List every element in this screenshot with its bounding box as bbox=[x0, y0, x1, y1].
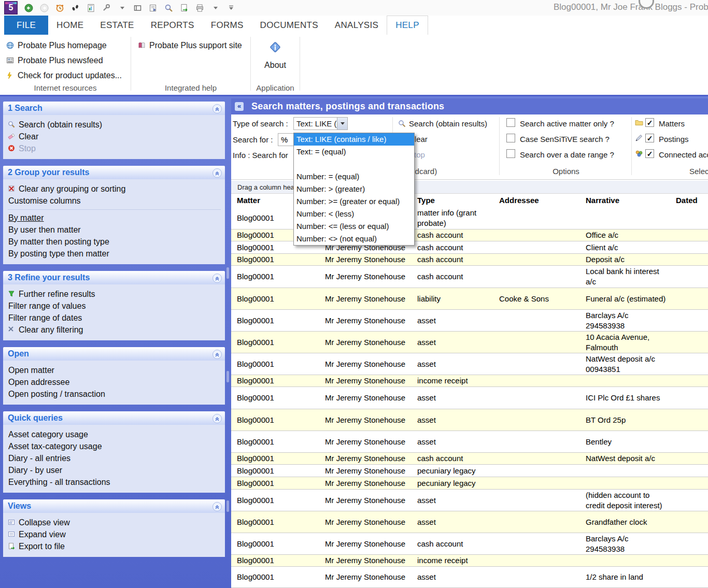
table-row[interactable]: Blog00001 Mr Jeremy Stonehouse asset ICI… bbox=[231, 387, 708, 409]
ribbon-item-homepage[interactable]: Probate Plus homepage bbox=[6, 38, 122, 53]
sidebar-item-clear[interactable]: Clear bbox=[8, 131, 221, 142]
sidebar-item-filter-dates[interactable]: Filter range of dates bbox=[8, 312, 221, 324]
export-document-icon[interactable] bbox=[180, 4, 189, 12]
table-row[interactable]: Blog00001 Mr Jeremy Stonehouse pecuniary… bbox=[231, 465, 708, 477]
case-sensitive-checkbox[interactable] bbox=[506, 134, 515, 142]
ribbon-item-updates[interactable]: Check for product updates... bbox=[6, 68, 122, 83]
panel-refine-results-header[interactable]: 3 Refine your results bbox=[3, 271, 225, 284]
sidebar-splitter[interactable] bbox=[225, 96, 231, 588]
alarm-icon[interactable] bbox=[55, 4, 64, 12]
column-header-narrative[interactable]: Narrative bbox=[586, 196, 619, 205]
active-matter-checkbox[interactable] bbox=[506, 118, 515, 127]
matters-checkbox[interactable]: ✓ bbox=[645, 118, 654, 127]
sidebar-item-clear-filtering[interactable]: Clear any filtering bbox=[8, 324, 221, 336]
collapse-chevron-icon[interactable] bbox=[213, 414, 222, 423]
sidebar-item-by-posting-type-then-matter[interactable]: By posting type then matter bbox=[8, 248, 221, 260]
sidebar-item-search[interactable]: Search (obtain results) bbox=[8, 119, 221, 131]
dropdown-option[interactable]: Number: = (equal) bbox=[294, 170, 414, 183]
table-row[interactable]: Blog00001 Mr Jeremy Stonehouse cash acco… bbox=[231, 533, 708, 555]
print-icon[interactable] bbox=[195, 4, 204, 12]
sidebar-item-further-refine[interactable]: Further refine results bbox=[8, 288, 221, 300]
sidebar-item-asset-tax-category-usage[interactable]: Asset tax-category usage bbox=[8, 440, 221, 452]
table-row[interactable]: Blog00001 Mr Jeremy Stonehouse asset BT … bbox=[231, 409, 708, 431]
back-icon[interactable] bbox=[24, 4, 33, 12]
sidebar-item-customise-columns[interactable]: Customise columns bbox=[8, 195, 221, 207]
report-document-icon[interactable] bbox=[87, 4, 95, 12]
sidebar-item-open-addressee[interactable]: Open addressee bbox=[8, 376, 221, 388]
type-of-search-combobox[interactable]: Text: LIKE (contains / like) bbox=[293, 117, 348, 130]
tools-icon[interactable] bbox=[102, 4, 111, 12]
tab-documents[interactable]: DOCUMENTS bbox=[252, 16, 327, 35]
search-action[interactable]: Search (obtain results) bbox=[398, 119, 487, 128]
dropdown-option[interactable]: Number: <= (less or equal) bbox=[294, 220, 414, 233]
ribbon-item-newsfeed[interactable]: Probate Plus newsfeed bbox=[6, 53, 122, 68]
panel-quick-queries-header[interactable]: Quick queries bbox=[3, 411, 225, 425]
tab-analysis[interactable]: ANALYSIS bbox=[327, 16, 387, 35]
footprints-icon[interactable] bbox=[71, 4, 80, 12]
sidebar-item-open-matter[interactable]: Open matter bbox=[8, 364, 221, 376]
sidebar-item-by-user-then-matter[interactable]: By user then matter bbox=[8, 224, 221, 236]
collapse-chevron-icon[interactable] bbox=[213, 350, 222, 359]
sidebar-item-expand-view[interactable]: Expand view bbox=[8, 528, 221, 540]
forward-icon[interactable] bbox=[40, 4, 49, 12]
app-icon[interactable]: 5 bbox=[4, 1, 18, 15]
tab-forms[interactable]: FORMS bbox=[203, 16, 252, 35]
table-row[interactable]: Blog00001 Mr Jeremy Stonehouse cash acco… bbox=[231, 254, 708, 266]
dropdown-option[interactable]: Number: <> (not equal) bbox=[294, 233, 414, 245]
sidebar-item-collapse-view[interactable]: Collapse view bbox=[8, 517, 221, 528]
collapse-chevron-icon[interactable] bbox=[213, 274, 222, 283]
sidebar-item-everything-all-transactions[interactable]: Everything - all transactions bbox=[8, 476, 221, 488]
table-row[interactable]: Blog00001 Mr Jeremy Stonehouse asset 10 … bbox=[231, 332, 708, 353]
panel-open-header[interactable]: Open bbox=[3, 347, 225, 361]
customize-toolbar-icon[interactable] bbox=[226, 4, 235, 12]
connected-accounts-checkbox[interactable]: ✓ bbox=[645, 149, 654, 158]
collapse-chevron-icon[interactable] bbox=[213, 104, 222, 113]
dropdown-option[interactable]: Number: < (less) bbox=[294, 208, 414, 220]
table-row[interactable]: Blog00001 Mr Jeremy Stonehouse income re… bbox=[231, 375, 708, 387]
layout-box-icon[interactable] bbox=[133, 4, 142, 12]
tab-estate[interactable]: ESTATE bbox=[92, 16, 142, 35]
tab-help[interactable]: HELP bbox=[387, 16, 428, 35]
dropdown-option[interactable] bbox=[294, 158, 414, 170]
column-header-addressee[interactable]: Addressee bbox=[499, 196, 539, 205]
tab-reports[interactable]: REPORTS bbox=[143, 16, 203, 35]
collapse-sidebar-button[interactable]: « bbox=[235, 102, 244, 111]
sidebar-item-asset-category-usage[interactable]: Asset category usage bbox=[8, 428, 221, 440]
dropdown-option[interactable]: Text: LIKE (contains / like) bbox=[294, 133, 414, 146]
combobox-arrow-icon[interactable] bbox=[337, 118, 347, 130]
column-header-type[interactable]: Type bbox=[417, 196, 435, 205]
ribbon-item-support-site[interactable]: Probate Plus support site bbox=[138, 38, 242, 53]
table-row[interactable]: Blog00001 Mr Jeremy Stonehouse asset Nat… bbox=[231, 353, 708, 375]
tab-file[interactable]: FILE bbox=[4, 16, 48, 35]
table-row[interactable]: Blog00001 Mr Jeremy Stonehouse pecuniary… bbox=[231, 477, 708, 490]
table-row[interactable]: Blog00001 Mr Jeremy Stonehouse asset Ben… bbox=[231, 431, 708, 453]
sidebar-item-by-matter[interactable]: By matter bbox=[8, 212, 221, 224]
table-row[interactable]: Blog00001 Mr Jeremy Stonehouse cash acco… bbox=[231, 266, 708, 288]
dropdown-option[interactable]: Text: = (equal) bbox=[294, 146, 414, 158]
table-row[interactable]: Blog00001 Mr Jeremy Stonehouse asset 1/2… bbox=[231, 567, 708, 588]
sidebar-item-export-to-file[interactable]: Export to file bbox=[8, 540, 221, 552]
flag-list-icon[interactable] bbox=[149, 4, 158, 12]
tools-dropdown-icon[interactable] bbox=[118, 4, 126, 12]
table-row[interactable]: Blog00001 Mr Jeremy Stonehouse liability… bbox=[231, 288, 708, 310]
panel-search-header[interactable]: 1 Search bbox=[3, 102, 225, 115]
panel-group-results-header[interactable]: 2 Group your results bbox=[3, 166, 225, 179]
about-button[interactable]: About bbox=[257, 40, 294, 70]
table-row[interactable]: Blog00001 Mr Jeremy Stonehouse asset Gra… bbox=[231, 511, 708, 533]
date-range-checkbox[interactable] bbox=[506, 149, 515, 158]
tab-home[interactable]: HOME bbox=[48, 16, 92, 35]
sidebar-item-clear-grouping[interactable]: Clear any grouping or sorting bbox=[8, 183, 221, 195]
sidebar-item-diary-all-entries[interactable]: Diary - all entries bbox=[8, 452, 221, 464]
table-row[interactable]: Blog00001 Mr Jeremy Stonehouse cash acco… bbox=[231, 453, 708, 465]
search-icon[interactable] bbox=[164, 4, 173, 12]
table-row[interactable]: Blog00001 Mr Jeremy Stonehouse asset Bar… bbox=[231, 310, 708, 332]
table-row[interactable]: Blog00001 Mr Jeremy Stonehouse asset (hi… bbox=[231, 490, 708, 511]
dropdown-option[interactable]: Number: > (greater) bbox=[294, 183, 414, 195]
sidebar-item-open-posting[interactable]: Open posting / transaction bbox=[8, 388, 221, 400]
table-row[interactable]: Blog00001 Mr Jeremy Stonehouse income re… bbox=[231, 555, 708, 567]
sidebar-item-by-matter-then-posting-type[interactable]: By matter then posting type bbox=[8, 236, 221, 248]
column-header-matter[interactable]: Matter bbox=[237, 196, 260, 205]
panel-views-header[interactable]: Views bbox=[3, 499, 225, 513]
sidebar-item-filter-values[interactable]: Filter range of values bbox=[8, 300, 221, 312]
column-header-dated[interactable]: Dated bbox=[676, 196, 698, 205]
